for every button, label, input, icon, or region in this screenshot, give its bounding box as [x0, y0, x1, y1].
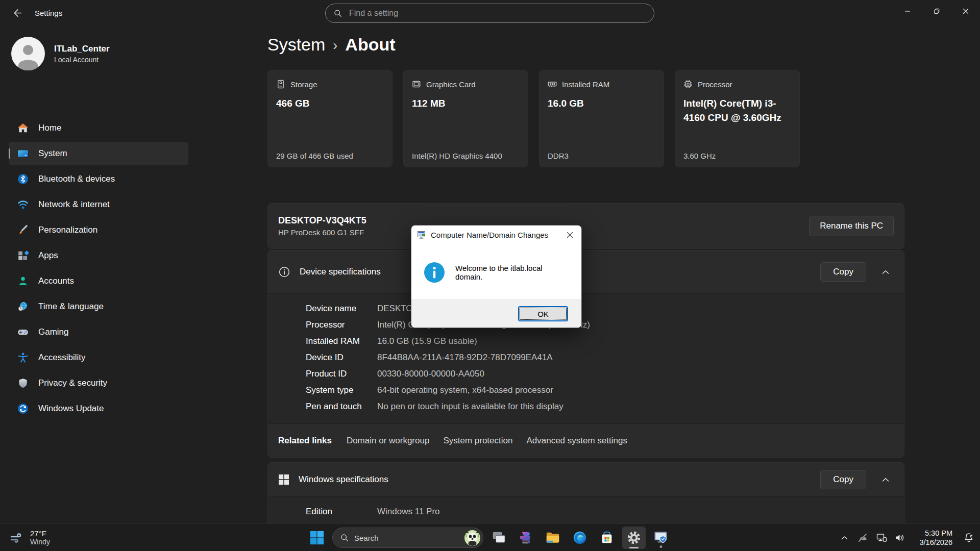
volume-button[interactable]: [891, 527, 909, 549]
windows-specifications-header[interactable]: Windows specifications Copy: [268, 463, 904, 496]
dialog-close-button[interactable]: [559, 226, 580, 244]
maximize-button[interactable]: [922, 0, 951, 22]
apps-icon: [17, 250, 29, 261]
processor-card[interactable]: Processor Intel(R) Core(TM) i3-4160 CPU …: [675, 70, 800, 167]
start-button[interactable]: [305, 527, 329, 549]
tray-overflow-button[interactable]: [836, 527, 852, 549]
search-input[interactable]: [348, 8, 646, 18]
card-value: 112 MB: [412, 96, 520, 111]
copilot-m365-button[interactable]: M365: [514, 527, 537, 549]
home-icon: [17, 122, 29, 134]
link-system-protection[interactable]: System protection: [443, 436, 512, 446]
spec-row: ProcessorIntel(R) Core(TM) i3-4160 CPU @…: [268, 317, 904, 333]
settings-app-button[interactable]: [622, 527, 646, 549]
card-value: Intel(R) Core(TM) i3-4160 CPU @ 3.60GHz: [683, 96, 791, 125]
sidebar-item-home[interactable]: Home: [9, 116, 188, 140]
search-highlight-panda-image: [464, 530, 480, 546]
edge-browser-button[interactable]: [568, 527, 592, 549]
copy-windows-specs-button[interactable]: Copy: [820, 470, 866, 489]
close-button[interactable]: [951, 0, 980, 22]
spec-row: System type64-bit operating system, x64-…: [268, 382, 904, 398]
sidebar-item-label: Windows Update: [38, 404, 104, 414]
settings-search-box[interactable]: [325, 4, 654, 23]
sidebar-item-network-internet[interactable]: Network & internet: [9, 193, 188, 216]
minimize-button[interactable]: [893, 0, 922, 22]
link-domain-or-workgroup[interactable]: Domain or workgroup: [347, 436, 430, 446]
card-footer: 29 GB of 466 GB used: [276, 152, 353, 160]
network-tray-button[interactable]: [873, 527, 890, 549]
sidebar-item-system[interactable]: System: [9, 142, 188, 165]
window-controls: [893, 0, 980, 22]
copy-device-specs-button[interactable]: Copy: [820, 262, 866, 282]
weather-widget[interactable]: 27°F Windy: [4, 524, 55, 551]
taskbar-search-box[interactable]: Search: [332, 528, 483, 548]
privacy-security-icon: [17, 378, 29, 389]
back-arrow-icon: [13, 8, 22, 18]
spec-row: Device ID8F44B8AA-211A-4178-92D2-78D7099…: [268, 349, 904, 366]
sidebar-item-accessibility[interactable]: Accessibility: [9, 346, 188, 369]
system-properties-app-button[interactable]: [649, 527, 673, 549]
file-explorer-button[interactable]: [541, 527, 565, 549]
back-button[interactable]: [7, 4, 28, 22]
device-specifications-header[interactable]: Device specifications Copy: [268, 251, 904, 293]
spec-label: Device ID: [306, 353, 377, 363]
sidebar-item-personalization[interactable]: Personalization: [9, 218, 188, 242]
bluetooth-icon: [17, 173, 29, 185]
installed-ram-card[interactable]: Installed RAM 16.0 GB DDR3: [539, 70, 664, 167]
spec-label: Edition: [306, 507, 377, 517]
onedrive-offline-button[interactable]: [853, 527, 872, 549]
personalization-icon: [17, 224, 29, 236]
sidebar-item-label: Accounts: [38, 276, 74, 286]
speaker-icon: [894, 532, 905, 543]
sidebar-item-gaming[interactable]: Gaming: [9, 320, 188, 344]
accessibility-icon: [17, 352, 29, 363]
spec-label: Processor: [306, 320, 377, 330]
sidebar-item-apps[interactable]: Apps: [9, 244, 188, 267]
clock-tray-button[interactable]: 5:30 PM 3/16/2026: [910, 527, 959, 549]
storage-card[interactable]: Storage 466 GB 29 GB of 466 GB used: [267, 70, 393, 167]
taskbar-center: Search M365: [305, 524, 673, 551]
collapse-windows-specs-button[interactable]: [875, 470, 896, 489]
sidebar-item-time-language[interactable]: Time & language: [9, 295, 188, 318]
dialog-titlebar: Computer Name/Domain Changes: [411, 226, 581, 244]
rename-pc-button[interactable]: Rename this PC: [809, 216, 894, 236]
dialog-title: Computer Name/Domain Changes: [431, 231, 548, 239]
close-icon: [963, 8, 969, 14]
sidebar-item-accounts[interactable]: Accounts: [9, 269, 188, 293]
sidebar-item-bluetooth-devices[interactable]: Bluetooth & devices: [9, 167, 188, 191]
sidebar-item-privacy-security[interactable]: Privacy & security: [9, 371, 188, 395]
card-value: 16.0 GB: [548, 96, 655, 111]
notification-center-button[interactable]: [960, 527, 978, 549]
accounts-icon: [17, 276, 29, 287]
sidebar-nav: Home System Bluetooth & devices Network …: [9, 116, 188, 422]
page-title: About: [345, 35, 395, 55]
task-view-button[interactable]: [487, 527, 510, 549]
restore-icon: [934, 8, 940, 14]
minimize-icon: [904, 8, 911, 14]
edge-icon: [572, 530, 587, 545]
card-footer: 3.60 GHz: [683, 152, 716, 160]
breadcrumb-system[interactable]: System: [267, 35, 325, 55]
microsoft-store-icon: [599, 530, 615, 545]
microsoft-store-button[interactable]: [595, 527, 619, 549]
section-title: Device specifications: [300, 267, 381, 277]
sidebar-item-windows-update[interactable]: Windows Update: [9, 397, 188, 420]
ok-button[interactable]: OK: [518, 306, 568, 321]
task-view-icon: [491, 530, 506, 545]
ethernet-icon: [876, 532, 887, 543]
graphics-card-card[interactable]: Graphics Card 112 MB Intel(R) HD Graphic…: [403, 70, 528, 167]
settings-sidebar: ITLab_Center Local Account Home System B…: [0, 26, 194, 523]
collapse-device-specs-button[interactable]: [875, 263, 896, 281]
windows-update-icon: [17, 403, 29, 414]
card-label: Installed RAM: [562, 80, 609, 89]
sidebar-item-label: Bluetooth & devices: [38, 174, 115, 184]
sidebar-item-label: Personalization: [38, 225, 97, 235]
info-icon: [278, 266, 290, 278]
search-icon: [340, 534, 349, 542]
search-icon: [334, 9, 342, 17]
avatar: [11, 37, 45, 70]
sidebar-item-label: Home: [38, 123, 61, 133]
dialog-message: Welcome to the itlab.local domain.: [455, 264, 569, 281]
link-advanced-system-settings[interactable]: Advanced system settings: [526, 436, 627, 446]
account-card[interactable]: ITLab_Center Local Account: [11, 37, 110, 70]
